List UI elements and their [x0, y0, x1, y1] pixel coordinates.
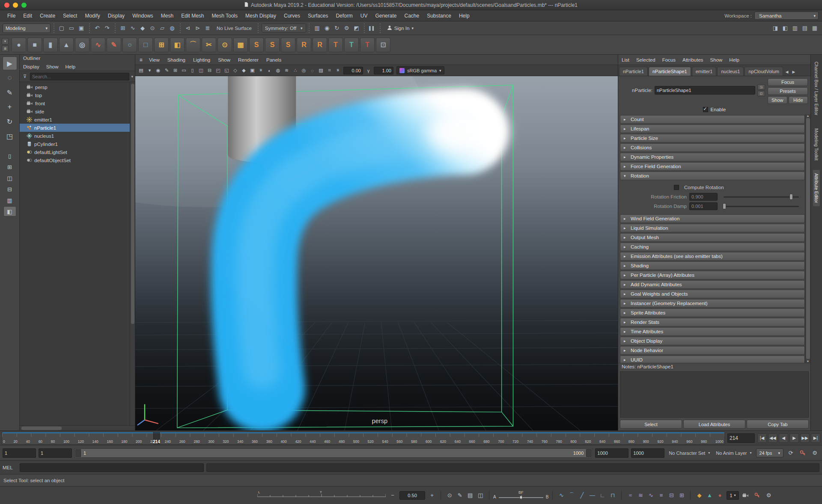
outliner-menu-show[interactable]: Show	[43, 64, 62, 69]
light-editor-icon[interactable]: ◩	[352, 24, 361, 33]
image-plane-icon[interactable]: ▤	[137, 66, 145, 74]
motion-blur-icon[interactable]: ≋	[283, 66, 291, 74]
key-icon[interactable]	[753, 491, 762, 500]
menu-generate[interactable]: Generate	[371, 13, 400, 19]
zoom-button[interactable]	[21, 3, 27, 8]
section-wind-field-generation[interactable]: ▸Wind Field Generation	[620, 214, 805, 223]
outputs-icon[interactable]: ⊳	[193, 24, 203, 33]
section-uuid[interactable]: ▸UUID	[620, 356, 805, 363]
section-lifespan[interactable]: ▸Lifespan	[620, 125, 805, 133]
outliner-item-top[interactable]: top	[20, 91, 130, 99]
menu-file[interactable]: File	[3, 13, 19, 19]
render-settings-icon[interactable]: ⚙	[342, 24, 351, 33]
section-add-dynamic-attributes[interactable]: ▸Add Dynamic Attributes	[620, 280, 805, 289]
menu-help[interactable]: Help	[455, 13, 474, 19]
layout-single-pane[interactable]: ▯	[3, 151, 16, 161]
select-button[interactable]: Select	[620, 420, 682, 429]
section-time-attributes[interactable]: ▸Time Attributes	[620, 327, 805, 336]
sign-in-button[interactable]: Sign In ▾	[384, 25, 417, 31]
gear-icon[interactable]: ⚙	[764, 491, 774, 500]
menu-mesh-tools[interactable]: Mesh Tools	[208, 13, 241, 19]
section-liquid-simulation[interactable]: ▸Liquid Simulation	[620, 224, 805, 232]
tab-scroll-left-icon[interactable]: ◀	[784, 68, 790, 76]
chevron-down-icon[interactable]: ▾	[131, 74, 133, 79]
playback-start-field[interactable]	[39, 448, 72, 458]
toggle-modeling-toolkit-icon[interactable]: ◨	[771, 24, 780, 33]
section-output-mesh[interactable]: ▸Output Mesh	[620, 233, 805, 242]
layout-three-pane[interactable]: ▥	[3, 195, 16, 205]
poly-bevel-icon[interactable]: ◧	[170, 38, 185, 52]
resolution-gate-icon[interactable]: ▯	[188, 66, 197, 74]
divider[interactable]	[88, 24, 91, 33]
menu-cache[interactable]: Cache	[400, 13, 423, 19]
section-dynamic-properties[interactable]: ▸Dynamic Properties	[620, 153, 805, 161]
divider[interactable]	[257, 24, 260, 33]
viewport-menu-renderer[interactable]: Renderer	[234, 57, 262, 62]
multi-cut-icon[interactable]: ✂	[202, 38, 216, 52]
pause-evaluation-icon[interactable]: ▌▌	[368, 24, 377, 33]
shelf-tab-menu-icon[interactable]: ▾	[2, 38, 9, 44]
undo-icon[interactable]: ↶	[92, 24, 102, 33]
ae-menu-list[interactable]: List	[618, 57, 633, 62]
command-input[interactable]	[20, 463, 204, 472]
linear-tangent-icon[interactable]: ╱	[577, 491, 587, 500]
safe-title-icon[interactable]: ◱	[223, 66, 231, 74]
time-ruler[interactable]: 0204060801001201401601802002202402602803…	[2, 432, 725, 445]
filter-icon[interactable]: ⊽	[21, 73, 28, 80]
isolate-select-icon[interactable]: ◌	[308, 66, 316, 74]
divider[interactable]	[52, 24, 55, 33]
compute-rotation-checkbox[interactable]	[674, 185, 679, 190]
outliner-item-defaultobjectset[interactable]: defaultObjectSet	[20, 156, 130, 164]
toggle-hypershade-icon[interactable]: ◧	[780, 24, 790, 33]
node-name-field[interactable]	[655, 86, 755, 95]
ncloth-tear-icon[interactable]: T	[360, 38, 375, 52]
menu-deform[interactable]: Deform	[332, 13, 356, 19]
animation-start-field[interactable]	[3, 448, 36, 458]
section-object-display[interactable]: ▸Object Display	[620, 337, 805, 345]
pencil-curve-icon[interactable]: ✎	[107, 38, 121, 52]
buffer-curve-icon[interactable]: ≈	[625, 491, 635, 500]
step-forward-key-button[interactable]: ▶▶	[800, 433, 810, 443]
menu-substance[interactable]: Substance	[423, 13, 455, 19]
ipr-render-icon[interactable]: ↻	[332, 24, 342, 33]
outliner-item-emitter1[interactable]: emitter1	[20, 116, 130, 124]
section-collisions[interactable]: ▸Collisions	[620, 143, 805, 152]
brush-icon[interactable]: ✎	[455, 491, 465, 500]
nurbs-square-icon[interactable]: □	[138, 38, 153, 52]
section-render-stats[interactable]: ▸Render Stats	[620, 318, 805, 326]
scene-3d-view[interactable]: persp	[135, 76, 618, 430]
step-back-frame-button[interactable]: ◀	[779, 433, 788, 443]
anim-layer-select[interactable]: No Anim Layer ▾	[714, 451, 753, 456]
quad-draw-icon[interactable]: ▦	[233, 38, 248, 52]
ae-menu-focus[interactable]: Focus	[659, 57, 679, 62]
blend-slider[interactable]	[499, 495, 543, 499]
dock-tab-attribute-editor[interactable]: Attribute Editor	[813, 170, 820, 206]
section-sprite-attributes[interactable]: ▸Sprite Attributes	[620, 308, 805, 317]
rotation-damp-field[interactable]	[689, 202, 718, 210]
menu-mesh[interactable]: Mesh	[157, 13, 177, 19]
shelf-menu-icon[interactable]: ≣	[2, 45, 9, 52]
target-weld-icon[interactable]: ⊙	[217, 38, 232, 52]
cylinder-icon[interactable]: ▮	[43, 38, 58, 52]
use-all-lights-icon[interactable]: ☀	[257, 66, 265, 74]
scale-tool[interactable]: ◳	[3, 129, 17, 143]
tab-npcloudvolum[interactable]: npCloudVolum	[745, 67, 783, 76]
tab-emitter1[interactable]: emitter1	[692, 67, 717, 76]
snapshot-camera-icon[interactable]	[741, 491, 751, 500]
viewport-canvas[interactable]: persp	[135, 76, 618, 430]
redo-icon[interactable]: ↷	[102, 24, 112, 33]
outliner-item-nparticle1[interactable]: nParticle1	[20, 124, 130, 132]
frame-step-spinner[interactable]: 1 ▾	[727, 491, 739, 500]
wireframe-icon[interactable]: ◇	[231, 66, 239, 74]
section-goal-weights-and-objects[interactable]: ▸Goal Weights and Objects	[620, 290, 805, 298]
ae-menu-show[interactable]: Show	[707, 57, 726, 62]
rotation-friction-field[interactable]	[689, 193, 718, 201]
tab-nparticle1[interactable]: nParticle1	[619, 67, 648, 76]
ncloth-passive-icon[interactable]: T	[344, 38, 359, 52]
exposure-icon[interactable]: ☀	[334, 66, 342, 74]
sculpt-s1-icon[interactable]: S	[249, 38, 264, 52]
copy-tab-button[interactable]: Copy Tab	[747, 420, 809, 429]
rotation-friction-slider-handle[interactable]	[789, 194, 793, 200]
film-gate-icon[interactable]: ▭	[180, 66, 188, 74]
range-slider-bar[interactable]: 1 1000	[74, 448, 593, 458]
